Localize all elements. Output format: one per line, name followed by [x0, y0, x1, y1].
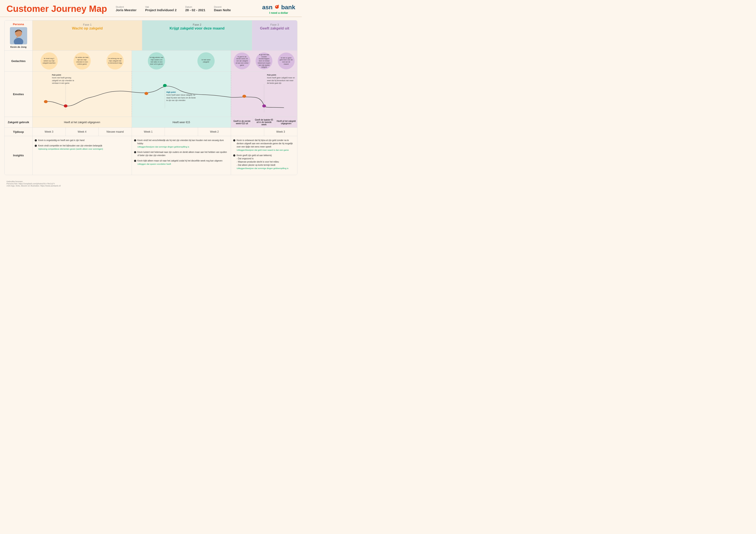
thought-8: Ik heb nu geen geld meer voor de rest va… [275, 51, 297, 71]
insights-row: Insights Kevin is ongeduldig en heeft ee… [5, 136, 297, 175]
gedachten-phase2: ik krijg advies van mijn ouders om niet … [132, 51, 231, 71]
insights-label-cell: Insights [5, 136, 33, 175]
logo-asn-text: asn [262, 4, 272, 11]
insights-col2: Kevin vindt het verschrikkelijk als hij … [132, 136, 231, 175]
emoties-label: Emoties [13, 92, 24, 96]
svg-point-13 [262, 104, 266, 108]
zakgeld-label: Zakgeld gebruik [8, 120, 29, 124]
header-meta: Student Joris Meester Vak Project Indivi… [116, 4, 262, 12]
phase2-header: Fase 2 Krijgt zakgeld voor deze maand [142, 20, 252, 50]
week-5: Week 2 [198, 128, 231, 136]
svg-point-11 [163, 84, 167, 87]
insight-action-5: Uitleggen/bewijzen dat sommige dingen ge… [237, 167, 288, 169]
thought-2: Ik verlies de hele tijd van mijn vriende… [66, 51, 98, 71]
footer-line1: Gebruikte bronnen: [7, 180, 295, 183]
phase3-label: Fase 3 [254, 23, 296, 26]
insight-2-3: Kevin kijkt alleen maar uit naar het zak… [134, 159, 229, 165]
week-6 [231, 128, 264, 136]
persona-name: Kevin de Jong [6, 46, 31, 48]
persona-header-cell: Persona Kevin [5, 20, 33, 50]
week-2: Week 4 [66, 128, 99, 136]
gedachten-label: Gedachtes [11, 60, 25, 63]
page-title: Customer Journey Map [7, 4, 107, 14]
thought-6: Ik geef in de eerste week 2/3 van zijn z… [231, 51, 253, 71]
insight-action-2: Uitleggen/bewijzen dat sommige dingen ge… [138, 145, 189, 148]
phases-header: Persona Kevin [5, 20, 297, 51]
pain-point-2-annotation: Pain point: Kevin heeft geen zakgeld mee… [267, 74, 295, 85]
zakgeld-seg1: Heeft al het zakgeld uitgegeven [33, 117, 132, 127]
footer-line3: ASN logo, fonts, kleuren en illustraties… [7, 185, 295, 187]
datum-info: Datum 28 - 02 - 2021 [185, 6, 205, 12]
week-4 [165, 128, 198, 136]
persona-avatar-svg [10, 27, 27, 44]
thought-3: Ik verheug me op mijn zakgeld dat ik bin… [98, 51, 131, 71]
thought-5: Ik heb weer zakgeld! [181, 51, 231, 71]
tijdloop-label-cell: Tijdloop [5, 128, 33, 136]
vak-info: Vak Project Individueel 2 [145, 6, 176, 12]
tijdloop-label: Tijdloop [13, 130, 24, 134]
logo: asn bank I need a dollar [262, 4, 295, 14]
zakgeld-content: Heeft al het zakgeld uitgegeven Heeft we… [33, 117, 297, 127]
week-1: Week 3 [33, 128, 66, 136]
docent-info: Docent Daan Nolte [214, 6, 231, 12]
thought-7: Ik ga met mijn moeder boodschappen doen … [253, 51, 275, 71]
insights-content: Kevin is ongeduldig en heeft een gat in … [33, 136, 297, 175]
insight-2-2: Kevin luistert niet helemaal naar zijn o… [134, 150, 229, 157]
main-content: Persona Kevin [0, 17, 302, 178]
phase3-header: Fase 3 Geeft zakgeld uit [252, 20, 297, 50]
insight-action-1: Oplossing competitieve elementen geven (… [38, 148, 103, 150]
footer: Gebruikte bronnen: Persona foto: https:/… [0, 178, 302, 189]
emoties-label-cell: Emoties [5, 71, 33, 117]
zakgeld-seg2: Heeft weer €15 [132, 117, 231, 127]
high-point-annotation: High point: Kevin heeft weer nieuw zakge… [166, 91, 197, 102]
svg-point-12 [242, 95, 246, 98]
insights-col3: Kevin is onbewust dat hij bijna al zijn … [231, 136, 297, 175]
persona-label: Persona [6, 23, 31, 26]
zakgeld-label-cell: Zakgeld gebruik [5, 117, 33, 127]
gedachten-content: Ik moet nog 2 weken op mijn zakgeld wach… [33, 51, 297, 71]
phase1-header: Fase 1 Wacht op zakgeld [33, 20, 142, 50]
gedachten-phase1: Ik moet nog 2 weken op mijn zakgeld wach… [33, 51, 132, 71]
week-7: Week 3 [264, 128, 297, 136]
zakgeld-sub3: Heeft al het zakgeld uitgegeven [275, 117, 297, 127]
logo-tagline: I need a dollar [269, 11, 288, 14]
phase2-name: Krijgt zakgeld voor deze maand [144, 26, 250, 31]
tijdloop-row: Tijdloop Week 3 Week 4 Nieuwe maand Week… [5, 128, 297, 136]
phase1-name: Wacht op zakgeld [34, 26, 140, 31]
zakgeld-sub2: Geeft de laatste €5 uit in de tweede wee… [253, 117, 275, 127]
svg-point-9 [44, 100, 48, 103]
insight-action-4: Uitleggen/bewijzen dat geld meer waard i… [237, 149, 289, 151]
phase1-label: Fase 1 [34, 23, 140, 26]
insight-1-2: Kevin vindt competitie en het bijhouden … [35, 144, 129, 150]
insights-col1: Kevin is ongeduldig en heeft een gat in … [33, 136, 132, 175]
nieuwe-maand: Nieuwe maand [99, 128, 132, 136]
gedachten-phase3: Ik geef in de eerste week 2/3 van zijn z… [231, 51, 297, 71]
insight-1-1: Kevin is ongeduldig en heeft een gat in … [35, 139, 129, 142]
zakgeld-row: Zakgeld gebruik Heeft al het zakgeld uit… [5, 117, 297, 128]
insight-action-3: Uitleggen dat sparen voordelen heeft [138, 163, 171, 165]
insight-3-2: Kevin geeft zijn geld uit aan lekkernij:… [233, 154, 295, 170]
zakgeld-seg3: Geeft in de eerste week €10 uit Geeft de… [231, 117, 297, 127]
svg-point-10 [145, 92, 148, 95]
pain-point-1-annotation: Pain point: Kevin niet heeft genoeg zakg… [52, 74, 78, 85]
emoties-content: Pain point: Kevin niet heeft genoeg zakg… [33, 71, 297, 117]
logo-bank-text: bank [281, 4, 295, 11]
journey-map: Persona Kevin [4, 20, 297, 175]
tijdloop-content: Week 3 Week 4 Nieuwe maand Week 1 Week 2… [33, 128, 297, 136]
phase3-name: Geeft zakgeld uit [254, 26, 296, 31]
phase2-label: Fase 2 [144, 23, 250, 26]
student-info: Student Joris Meester [116, 6, 137, 12]
header: Customer Journey Map Student Joris Meest… [0, 0, 302, 17]
thought-4: ik krijg advies van mijn ouders om niet … [132, 51, 181, 71]
footer-line2: Persona foto: https://unsplash.com/photo… [7, 183, 295, 185]
zakgeld-sub1: Geeft in de eerste week €10 uit [231, 117, 253, 127]
gedachten-label-cell: Gedachtes [5, 51, 33, 71]
svg-point-8 [64, 104, 68, 108]
thought-1: Ik moet nog 2 weken op mijn zakgeld wach… [33, 51, 66, 71]
insight-3-1: Kevin is onbewust dat hij bijna al zijn … [233, 139, 295, 152]
week-3: Week 1 [132, 128, 165, 136]
insight-2-1: Kevin vindt het verschrikkelijk als hij … [134, 139, 229, 148]
emoties-row: Emoties [5, 71, 297, 117]
gedachten-row: Gedachtes Ik moet nog 2 weken op mijn za… [5, 51, 297, 71]
insights-label: Insights [13, 154, 24, 157]
